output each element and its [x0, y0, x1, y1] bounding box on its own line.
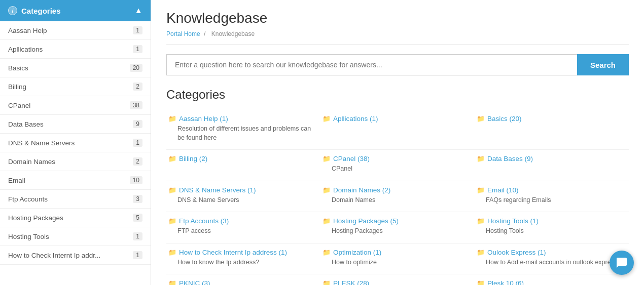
- category-link[interactable]: 📁 Domain Names (2): [323, 186, 469, 194]
- sidebar-item[interactable]: Billing 2: [0, 77, 151, 96]
- category-name: Billing (2): [179, 155, 207, 162]
- sidebar-item[interactable]: Apllications 1: [0, 40, 151, 59]
- category-link[interactable]: 📁 Optimization (1): [323, 249, 469, 256]
- sidebar-item-label: Billing: [8, 83, 26, 91]
- info-icon: i: [8, 6, 17, 15]
- category-link[interactable]: 📁 PKNIC (3): [168, 279, 314, 285]
- sidebar-item[interactable]: Aassan Help 1: [0, 21, 151, 40]
- category-cell: 📁 Aassan Help (1) Resolution of differen…: [166, 110, 320, 150]
- sidebar-item-count: 2: [133, 83, 142, 91]
- search-input[interactable]: [166, 54, 577, 75]
- category-name: Hosting Tools (1): [487, 217, 539, 225]
- sidebar-item-label: How to Check Internt Ip addr...: [8, 252, 100, 259]
- category-name: Data Bases (9): [487, 155, 533, 162]
- category-link[interactable]: 📁 PLESK (28): [323, 279, 469, 285]
- chat-button[interactable]: [610, 251, 634, 275]
- category-desc: How to Add e-mail accounts in outlook ex…: [486, 258, 623, 267]
- category-name: Oulook Express (1): [487, 249, 546, 256]
- category-desc: How to optimize: [332, 258, 469, 267]
- category-desc: Hosting Tools: [486, 227, 623, 236]
- breadcrumb-current: Knowledgebase: [211, 30, 255, 37]
- sidebar-item-label: Basics: [8, 64, 28, 72]
- sidebar-item[interactable]: Hosting Tools 1: [0, 227, 151, 246]
- folder-icon: 📁: [168, 249, 176, 256]
- category-link[interactable]: 📁 Billing (2): [168, 155, 314, 162]
- sidebar-item[interactable]: Hosting Packages 5: [0, 209, 151, 227]
- category-link[interactable]: 📁 DNS & Name Servers (1): [168, 186, 314, 194]
- category-link[interactable]: 📁 Aassan Help (1): [168, 115, 314, 123]
- folder-icon: 📁: [477, 217, 485, 225]
- sidebar-item-label: Ftp Accounts: [8, 195, 48, 203]
- chat-icon: [616, 257, 628, 269]
- category-desc: Domain Names: [332, 196, 469, 205]
- sidebar-item[interactable]: Basics 20: [0, 59, 151, 77]
- category-link[interactable]: 📁 Oulook Express (1): [477, 249, 623, 256]
- folder-icon: 📁: [323, 155, 331, 162]
- category-cell: 📁 Optimization (1) How to optimize: [320, 243, 475, 275]
- folder-icon: 📁: [323, 217, 331, 225]
- sidebar-item-label: Hosting Packages: [8, 214, 63, 222]
- category-link[interactable]: 📁 Plesk 10 (6): [477, 279, 623, 285]
- category-link[interactable]: 📁 Hosting Tools (1): [477, 217, 623, 225]
- folder-icon: 📁: [323, 249, 331, 256]
- category-name: Domain Names (2): [333, 186, 390, 194]
- category-cell: 📁 DNS & Name Servers (1) DNS & Name Serv…: [166, 181, 320, 213]
- sidebar-item-count: 1: [133, 251, 142, 259]
- sidebar-item[interactable]: Domain Names 2: [0, 152, 151, 171]
- sidebar-item-count: 38: [130, 101, 142, 109]
- main-content: Knowledgebase Portal Home / Knowledgebas…: [151, 0, 644, 285]
- category-name: CPanel (38): [333, 155, 370, 162]
- folder-icon: 📁: [477, 155, 485, 162]
- category-cell: 📁 Plesk 10 (6) Knowledge Base for Plesk …: [475, 274, 629, 285]
- categories-grid: 📁 Aassan Help (1) Resolution of differen…: [166, 110, 629, 285]
- folder-icon: 📁: [168, 115, 176, 123]
- sidebar-item-label: Hosting Tools: [8, 233, 49, 240]
- category-desc: CPanel: [332, 165, 469, 174]
- category-link[interactable]: 📁 How to Check Internt Ip address (1): [168, 249, 314, 256]
- category-name: Hosting Packages (5): [333, 217, 399, 225]
- folder-icon: 📁: [477, 186, 485, 194]
- category-cell: 📁 Basics (20): [475, 110, 629, 150]
- folder-icon: 📁: [168, 279, 176, 285]
- category-cell: 📁 Apllications (1): [320, 110, 475, 150]
- sidebar-item-label: Data Bases: [8, 120, 44, 128]
- category-link[interactable]: 📁 Data Bases (9): [477, 155, 623, 162]
- category-cell: 📁 How to Check Internt Ip address (1) Ho…: [166, 243, 320, 275]
- category-cell: 📁 Billing (2): [166, 150, 320, 181]
- category-link[interactable]: 📁 Basics (20): [477, 115, 623, 123]
- sidebar-item-label: Email: [8, 177, 25, 184]
- folder-icon: 📁: [477, 115, 485, 123]
- category-link[interactable]: 📁 CPanel (38): [323, 155, 469, 162]
- breadcrumb-home[interactable]: Portal Home: [166, 30, 200, 37]
- sidebar-item[interactable]: Ftp Accounts 3: [0, 190, 151, 209]
- category-name: Optimization (1): [333, 249, 381, 256]
- sidebar-item[interactable]: DNS & Name Servers 1: [0, 134, 151, 152]
- category-desc: FAQs regarding Emails: [486, 196, 623, 205]
- sidebar-item[interactable]: How to Check Internt Ip addr... 1: [0, 246, 151, 265]
- category-cell: 📁 Hosting Tools (1) Hosting Tools: [475, 212, 629, 243]
- sidebar-item-label: DNS & Name Servers: [8, 139, 75, 147]
- sidebar-item-label: Domain Names: [8, 158, 55, 166]
- sidebar-item[interactable]: Data Bases 9: [0, 115, 151, 134]
- category-link[interactable]: 📁 Apllications (1): [323, 115, 469, 123]
- sidebar-item-count: 10: [130, 176, 142, 184]
- category-name: Email (10): [487, 186, 519, 194]
- category-name: Basics (20): [487, 115, 522, 123]
- category-cell: 📁 PLESK (28) Windows Control Panel: [320, 274, 475, 285]
- category-desc: DNS & Name Servers: [177, 196, 314, 205]
- category-name: Aassan Help (1): [179, 115, 228, 123]
- category-link[interactable]: 📁 Hosting Packages (5): [323, 217, 469, 225]
- category-desc: How to know the Ip address?: [177, 258, 314, 267]
- category-cell: 📁 Email (10) FAQs regarding Emails: [475, 181, 629, 213]
- category-cell: 📁 Hosting Packages (5) Hosting Packages: [320, 212, 475, 243]
- search-button[interactable]: Search: [577, 54, 629, 75]
- category-link[interactable]: 📁 Ftp Accounts (3): [168, 217, 314, 225]
- category-desc: FTP access: [177, 227, 314, 236]
- sidebar-item[interactable]: Email 10: [0, 171, 151, 190]
- category-link[interactable]: 📁 Email (10): [477, 186, 623, 194]
- breadcrumb: Portal Home / Knowledgebase: [166, 30, 629, 45]
- category-name: Apllications (1): [333, 115, 378, 123]
- category-cell: 📁 Data Bases (9): [475, 150, 629, 181]
- sidebar-item[interactable]: CPanel 38: [0, 96, 151, 115]
- sidebar-item-count: 2: [133, 157, 142, 166]
